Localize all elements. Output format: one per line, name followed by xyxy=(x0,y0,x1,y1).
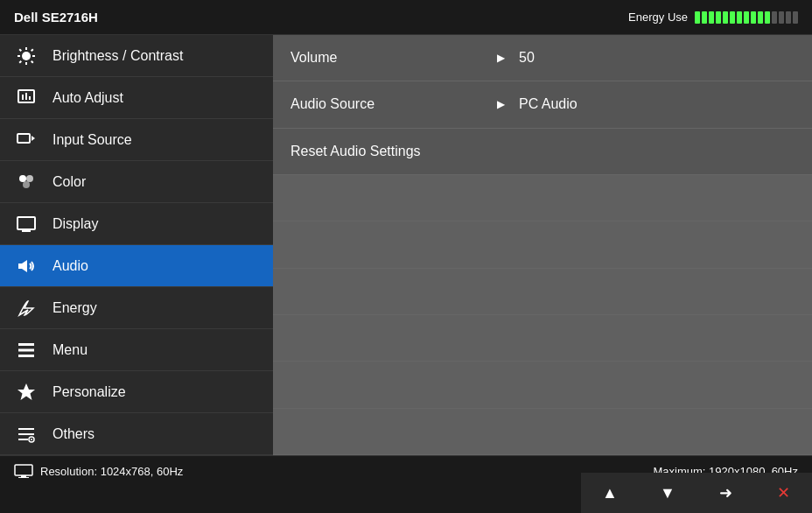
input-source-icon xyxy=(14,128,38,152)
svg-rect-25 xyxy=(18,355,34,357)
svg-line-6 xyxy=(32,60,33,62)
auto-adjust-icon xyxy=(14,86,38,110)
audio-icon xyxy=(14,254,38,278)
svg-rect-18 xyxy=(18,217,35,229)
sidebar-item-brightness-contrast[interactable]: Brightness / Contrast xyxy=(0,35,273,77)
energy-segment-gray xyxy=(772,11,777,24)
energy-segment-green xyxy=(702,11,707,24)
color-icon xyxy=(14,170,38,194)
resolution-info: Resolution: 1024x768, 60Hz xyxy=(14,464,183,478)
energy-segment-green xyxy=(709,11,714,24)
monitor-icon xyxy=(14,464,33,478)
sidebar-label-personalize: Personalize xyxy=(52,384,126,400)
content-row-empty2 xyxy=(273,221,812,268)
content-row-empty5 xyxy=(273,362,812,408)
svg-rect-23 xyxy=(18,343,34,346)
svg-line-7 xyxy=(32,49,33,51)
svg-point-0 xyxy=(22,52,31,60)
svg-rect-24 xyxy=(18,348,34,351)
sidebar: Brightness / ContrastAuto AdjustInput So… xyxy=(0,35,273,455)
main-content: Brightness / ContrastAuto AdjustInput So… xyxy=(0,35,812,455)
energy-bar xyxy=(695,11,798,24)
energy-segment-green xyxy=(737,11,742,24)
svg-point-17 xyxy=(23,181,30,188)
sidebar-item-auto-adjust[interactable]: Auto Adjust xyxy=(0,77,273,119)
sidebar-item-color[interactable]: Color xyxy=(0,161,273,203)
resolution-text: Resolution: 1024x768, 60Hz xyxy=(40,465,183,478)
sidebar-item-energy[interactable]: Energy xyxy=(0,287,273,329)
svg-rect-32 xyxy=(15,465,32,475)
energy-segment-gray xyxy=(786,11,791,24)
menu-icon xyxy=(14,338,38,362)
energy-segment-gray xyxy=(779,11,784,24)
sidebar-label-energy: Energy xyxy=(52,300,97,316)
content-row-arrow-audio-source: ▶ xyxy=(497,98,505,110)
energy-segment-green xyxy=(716,11,721,24)
top-bar: Dell SE2716H Energy Use xyxy=(0,0,812,35)
sidebar-label-audio: Audio xyxy=(52,258,88,274)
sidebar-label-display: Display xyxy=(52,216,98,232)
svg-rect-33 xyxy=(21,475,26,477)
nav-up-button[interactable]: ▲ xyxy=(581,473,639,513)
svg-point-31 xyxy=(31,439,32,440)
content-row-arrow-volume: ▶ xyxy=(497,52,505,64)
content-row-label-volume: Volume xyxy=(290,50,483,66)
sidebar-label-menu: Menu xyxy=(52,342,88,358)
sidebar-item-others[interactable]: Others xyxy=(0,413,273,455)
content-row-empty6 xyxy=(273,409,812,455)
svg-rect-34 xyxy=(18,477,29,478)
personalize-icon xyxy=(14,380,38,404)
content-row-label-audio-source: Audio Source xyxy=(290,96,483,112)
energy-segment-green xyxy=(730,11,735,24)
sidebar-label-others: Others xyxy=(52,426,94,442)
energy-segment-green xyxy=(744,11,749,24)
sidebar-item-input-source[interactable]: Input Source xyxy=(0,119,273,161)
sidebar-item-personalize[interactable]: Personalize xyxy=(0,371,273,413)
monitor-title: Dell SE2716H xyxy=(14,10,98,25)
energy-segment-green xyxy=(758,11,763,24)
content-row-audio-source[interactable]: Audio Source▶PC Audio xyxy=(273,81,812,128)
sidebar-label-color: Color xyxy=(52,174,86,190)
content-row-value-audio-source: PC Audio xyxy=(519,96,578,112)
sidebar-label-brightness-contrast: Brightness / Contrast xyxy=(52,48,183,64)
content-row-empty3 xyxy=(273,269,812,315)
energy-icon xyxy=(14,296,38,320)
content-row-empty1 xyxy=(273,175,812,221)
svg-marker-22 xyxy=(18,260,27,272)
others-icon xyxy=(14,422,38,446)
nav-buttons: ▲ ▼ ➜ ✕ xyxy=(581,473,812,513)
energy-segment-gray xyxy=(793,11,798,24)
svg-rect-13 xyxy=(18,134,30,143)
energy-use-label: Energy Use xyxy=(628,11,688,24)
content-row-value-volume: 50 xyxy=(519,50,535,66)
sidebar-label-auto-adjust: Auto Adjust xyxy=(52,90,123,106)
svg-marker-26 xyxy=(18,383,35,400)
content-panel: Volume▶50Audio Source▶PC AudioReset Audi… xyxy=(273,35,812,455)
sidebar-label-input-source: Input Source xyxy=(52,132,132,148)
brightness-icon xyxy=(14,44,38,68)
sidebar-item-menu[interactable]: Menu xyxy=(0,329,273,371)
nav-down-button[interactable]: ▼ xyxy=(639,473,696,513)
svg-line-8 xyxy=(19,60,21,62)
sidebar-item-display[interactable]: Display xyxy=(0,203,273,245)
content-row-empty4 xyxy=(273,315,812,362)
content-row-reset-audio[interactable]: Reset Audio Settings xyxy=(273,129,812,175)
energy-segment-green xyxy=(723,11,728,24)
energy-segment-green xyxy=(765,11,770,24)
energy-use-container: Energy Use xyxy=(628,11,798,24)
svg-marker-14 xyxy=(32,136,35,141)
svg-line-5 xyxy=(19,49,21,51)
energy-segment-green xyxy=(695,11,700,24)
nav-right-button[interactable]: ➜ xyxy=(696,473,754,513)
sidebar-item-audio[interactable]: Audio xyxy=(0,245,273,287)
display-icon xyxy=(14,212,38,236)
svg-point-15 xyxy=(19,175,26,182)
energy-segment-green xyxy=(751,11,756,24)
svg-point-16 xyxy=(26,175,33,182)
content-row-volume[interactable]: Volume▶50 xyxy=(273,35,812,81)
content-row-label-reset-audio: Reset Audio Settings xyxy=(290,144,483,159)
nav-close-button[interactable]: ✕ xyxy=(754,473,812,513)
